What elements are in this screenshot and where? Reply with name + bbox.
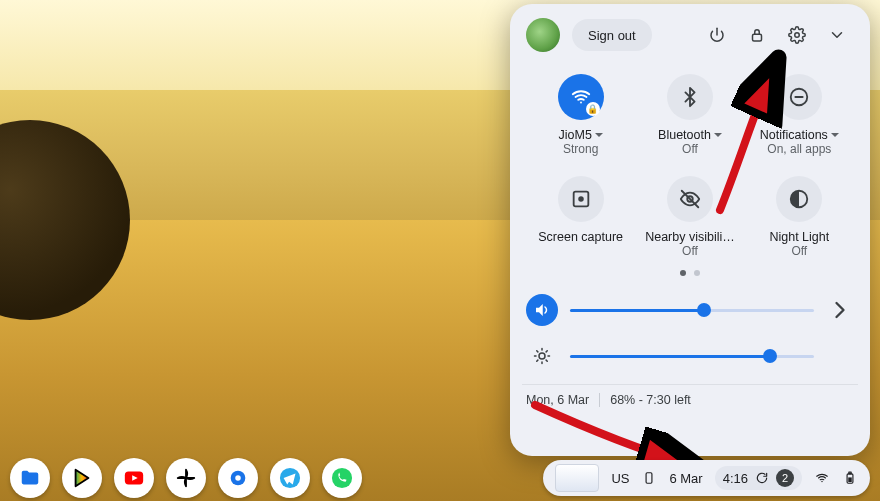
settings-gear-icon[interactable] bbox=[780, 18, 814, 52]
brightness-slider[interactable] bbox=[570, 355, 814, 358]
svg-point-13 bbox=[332, 468, 352, 488]
tile-bluetooth[interactable]: Bluetooth Off bbox=[635, 70, 744, 166]
volume-slider-row bbox=[526, 294, 854, 326]
tile-label: Screen capture bbox=[538, 230, 623, 244]
sync-icon bbox=[754, 470, 770, 486]
brightness-slider-row bbox=[526, 340, 854, 372]
svg-point-8 bbox=[539, 353, 545, 359]
battery-label[interactable]: 68% - 7:30 left bbox=[610, 393, 691, 407]
notification-count-badge: 2 bbox=[776, 469, 794, 487]
shelf-time-group[interactable]: 4:16 2 bbox=[715, 466, 802, 490]
status-area[interactable]: US 6 Mar 4:16 2 bbox=[543, 460, 870, 496]
avatar[interactable] bbox=[526, 18, 560, 52]
bluetooth-icon[interactable] bbox=[667, 74, 713, 120]
wifi-icon[interactable]: 🔒 bbox=[558, 74, 604, 120]
audio-settings-chevron-icon[interactable] bbox=[826, 296, 854, 324]
app-photos[interactable] bbox=[166, 458, 206, 498]
tile-sub: Off bbox=[682, 142, 698, 156]
shelf-date[interactable]: 6 Mar bbox=[669, 471, 702, 486]
svg-rect-14 bbox=[647, 473, 653, 484]
wifi-status-icon bbox=[814, 470, 830, 486]
tile-label: JioM5 bbox=[558, 128, 602, 142]
power-icon[interactable] bbox=[700, 18, 734, 52]
svg-point-1 bbox=[795, 33, 800, 38]
tile-screen-capture[interactable]: Screen capture bbox=[526, 172, 635, 268]
svg-rect-18 bbox=[848, 477, 852, 482]
page-indicator bbox=[526, 270, 854, 282]
app-play-store[interactable] bbox=[62, 458, 102, 498]
tile-sub: Off bbox=[791, 244, 807, 258]
app-whatsapp[interactable] bbox=[322, 458, 362, 498]
app-files[interactable] bbox=[10, 458, 50, 498]
svg-point-15 bbox=[821, 481, 822, 482]
shelf-time: 4:16 bbox=[723, 471, 748, 486]
collapse-chevron-icon[interactable] bbox=[820, 18, 854, 52]
tile-label: Notifications bbox=[760, 128, 839, 142]
quick-settings-panel: Sign out 🔒 JioM5 Strong bbox=[510, 4, 870, 456]
app-settings[interactable] bbox=[218, 458, 258, 498]
quick-settings-tiles: 🔒 JioM5 Strong Bluetooth Off Notificatio… bbox=[526, 70, 854, 268]
visibility-off-icon[interactable] bbox=[667, 176, 713, 222]
tile-network[interactable]: 🔒 JioM5 Strong bbox=[526, 70, 635, 166]
tile-nearby-visibility[interactable]: Nearby visibili… Off bbox=[635, 172, 744, 268]
lock-icon[interactable] bbox=[740, 18, 774, 52]
screen-capture-icon[interactable] bbox=[558, 176, 604, 222]
app-youtube[interactable] bbox=[114, 458, 154, 498]
phone-hub-icon[interactable] bbox=[641, 470, 657, 486]
volume-slider[interactable] bbox=[570, 309, 814, 312]
window-overview-icon[interactable] bbox=[555, 464, 599, 492]
tile-notifications[interactable]: Notifications On, all apps bbox=[745, 70, 854, 166]
sign-out-button[interactable]: Sign out bbox=[572, 19, 652, 51]
panel-divider bbox=[522, 384, 858, 385]
tile-sub: Off bbox=[682, 244, 698, 258]
svg-point-11 bbox=[235, 475, 241, 481]
volume-icon[interactable] bbox=[526, 294, 558, 326]
svg-point-5 bbox=[578, 196, 584, 202]
shelf: US 6 Mar 4:16 2 bbox=[0, 455, 880, 501]
panel-header: Sign out bbox=[526, 18, 854, 52]
svg-rect-17 bbox=[849, 472, 851, 474]
tile-label: Nearby visibili… bbox=[645, 230, 735, 244]
tile-night-light[interactable]: Night Light Off bbox=[745, 172, 854, 268]
night-light-icon[interactable] bbox=[776, 176, 822, 222]
svg-point-2 bbox=[580, 102, 582, 104]
app-telegram[interactable] bbox=[270, 458, 310, 498]
keyboard-indicator[interactable]: US bbox=[611, 471, 629, 486]
svg-rect-0 bbox=[753, 34, 762, 41]
tile-label: Bluetooth bbox=[658, 128, 722, 142]
tile-sub: Strong bbox=[563, 142, 598, 156]
tile-sub: On, all apps bbox=[767, 142, 831, 156]
wifi-secure-lock-icon: 🔒 bbox=[586, 102, 600, 116]
panel-footer: Mon, 6 Mar 68% - 7:30 left bbox=[526, 393, 854, 407]
shelf-apps bbox=[10, 458, 362, 498]
tile-label: Night Light bbox=[769, 230, 829, 244]
battery-status-icon bbox=[842, 470, 858, 486]
do-not-disturb-icon[interactable] bbox=[776, 74, 822, 120]
brightness-icon[interactable] bbox=[526, 340, 558, 372]
date-label[interactable]: Mon, 6 Mar bbox=[526, 393, 589, 407]
